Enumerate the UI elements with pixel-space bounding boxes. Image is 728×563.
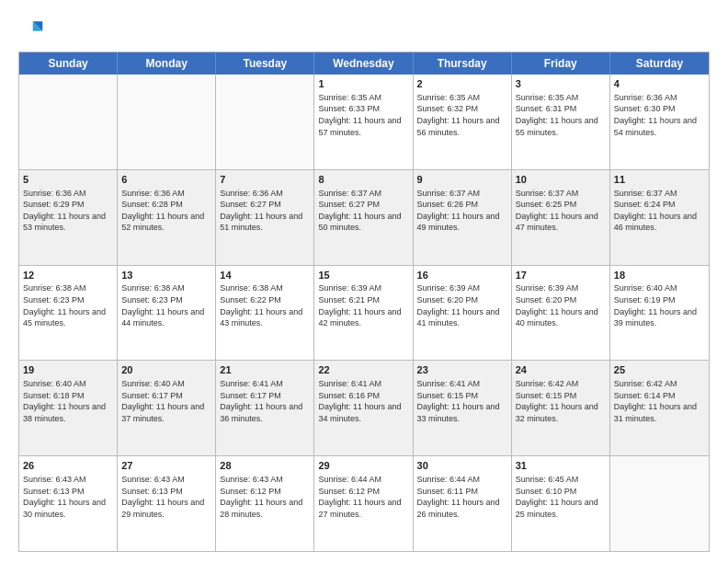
day-cell-4: 4Sunrise: 6:36 AM Sunset: 6:30 PM Daylig… xyxy=(610,75,709,169)
header-day-thursday: Thursday xyxy=(414,52,512,75)
day-number: 8 xyxy=(318,173,408,187)
day-info: Sunrise: 6:38 AM Sunset: 6:22 PM Dayligh… xyxy=(220,282,310,328)
day-cell-13: 13Sunrise: 6:38 AM Sunset: 6:23 PM Dayli… xyxy=(118,266,216,361)
calendar-row-5: 26Sunrise: 6:43 AM Sunset: 6:13 PM Dayli… xyxy=(19,456,709,551)
day-number: 29 xyxy=(318,459,408,473)
day-number: 15 xyxy=(318,269,408,282)
day-info: Sunrise: 6:36 AM Sunset: 6:28 PM Dayligh… xyxy=(121,188,211,234)
calendar-row-3: 12Sunrise: 6:38 AM Sunset: 6:23 PM Dayli… xyxy=(19,266,709,362)
day-number: 24 xyxy=(516,363,606,377)
day-info: Sunrise: 6:40 AM Sunset: 6:19 PM Dayligh… xyxy=(614,282,705,328)
day-info: Sunrise: 6:42 AM Sunset: 6:14 PM Dayligh… xyxy=(614,378,705,424)
day-number: 2 xyxy=(417,77,507,91)
day-cell-5: 5Sunrise: 6:36 AM Sunset: 6:29 PM Daylig… xyxy=(19,170,118,265)
day-number: 23 xyxy=(417,363,507,377)
empty-cell xyxy=(610,456,709,551)
day-info: Sunrise: 6:36 AM Sunset: 6:30 PM Dayligh… xyxy=(614,92,705,138)
day-number: 28 xyxy=(220,459,310,473)
calendar: SundayMondayTuesdayWednesdayThursdayFrid… xyxy=(18,52,710,552)
day-cell-2: 2Sunrise: 6:35 AM Sunset: 6:32 PM Daylig… xyxy=(414,75,512,169)
header-day-wednesday: Wednesday xyxy=(314,52,413,75)
day-info: Sunrise: 6:39 AM Sunset: 6:20 PM Dayligh… xyxy=(516,282,606,328)
day-cell-22: 22Sunrise: 6:41 AM Sunset: 6:16 PM Dayli… xyxy=(314,361,413,455)
day-cell-18: 18Sunrise: 6:40 AM Sunset: 6:19 PM Dayli… xyxy=(610,266,709,361)
day-number: 3 xyxy=(516,77,606,91)
day-info: Sunrise: 6:41 AM Sunset: 6:15 PM Dayligh… xyxy=(417,378,507,424)
header-day-sunday: Sunday xyxy=(19,52,118,75)
day-info: Sunrise: 6:44 AM Sunset: 6:11 PM Dayligh… xyxy=(417,474,507,520)
day-number: 5 xyxy=(23,173,113,187)
day-cell-24: 24Sunrise: 6:42 AM Sunset: 6:15 PM Dayli… xyxy=(512,361,610,455)
day-info: Sunrise: 6:43 AM Sunset: 6:13 PM Dayligh… xyxy=(23,474,113,520)
day-number: 22 xyxy=(318,363,408,377)
calendar-header: SundayMondayTuesdayWednesdayThursdayFrid… xyxy=(19,52,709,75)
day-number: 1 xyxy=(318,77,408,91)
day-info: Sunrise: 6:42 AM Sunset: 6:15 PM Dayligh… xyxy=(516,378,606,424)
day-number: 25 xyxy=(614,363,705,377)
day-info: Sunrise: 6:37 AM Sunset: 6:27 PM Dayligh… xyxy=(318,188,408,234)
day-cell-23: 23Sunrise: 6:41 AM Sunset: 6:15 PM Dayli… xyxy=(414,361,512,455)
day-number: 10 xyxy=(516,173,606,187)
day-number: 12 xyxy=(23,269,113,282)
day-number: 30 xyxy=(417,459,507,473)
day-number: 7 xyxy=(220,173,310,187)
day-number: 14 xyxy=(220,269,310,282)
day-info: Sunrise: 6:37 AM Sunset: 6:26 PM Dayligh… xyxy=(417,188,507,234)
day-number: 13 xyxy=(121,269,211,282)
day-number: 16 xyxy=(417,269,507,282)
day-info: Sunrise: 6:43 AM Sunset: 6:12 PM Dayligh… xyxy=(220,474,310,520)
empty-cell xyxy=(118,75,216,169)
day-number: 21 xyxy=(220,363,310,377)
day-cell-19: 19Sunrise: 6:40 AM Sunset: 6:18 PM Dayli… xyxy=(19,361,118,455)
empty-cell xyxy=(19,75,118,169)
day-cell-17: 17Sunrise: 6:39 AM Sunset: 6:20 PM Dayli… xyxy=(512,266,610,361)
day-cell-8: 8Sunrise: 6:37 AM Sunset: 6:27 PM Daylig… xyxy=(314,170,413,265)
day-cell-3: 3Sunrise: 6:35 AM Sunset: 6:31 PM Daylig… xyxy=(512,75,610,169)
header-day-saturday: Saturday xyxy=(610,52,709,75)
day-cell-31: 31Sunrise: 6:45 AM Sunset: 6:10 PM Dayli… xyxy=(512,456,610,551)
day-cell-9: 9Sunrise: 6:37 AM Sunset: 6:26 PM Daylig… xyxy=(414,170,512,265)
day-number: 6 xyxy=(121,173,211,187)
day-cell-30: 30Sunrise: 6:44 AM Sunset: 6:11 PM Dayli… xyxy=(414,456,512,551)
day-cell-16: 16Sunrise: 6:39 AM Sunset: 6:20 PM Dayli… xyxy=(414,266,512,361)
day-info: Sunrise: 6:40 AM Sunset: 6:18 PM Dayligh… xyxy=(23,378,113,424)
day-info: Sunrise: 6:41 AM Sunset: 6:16 PM Dayligh… xyxy=(318,378,408,424)
day-cell-25: 25Sunrise: 6:42 AM Sunset: 6:14 PM Dayli… xyxy=(610,361,709,455)
day-cell-6: 6Sunrise: 6:36 AM Sunset: 6:28 PM Daylig… xyxy=(118,170,216,265)
day-number: 9 xyxy=(417,173,507,187)
day-cell-15: 15Sunrise: 6:39 AM Sunset: 6:21 PM Dayli… xyxy=(314,266,413,361)
day-info: Sunrise: 6:36 AM Sunset: 6:29 PM Dayligh… xyxy=(23,188,113,234)
day-info: Sunrise: 6:37 AM Sunset: 6:24 PM Dayligh… xyxy=(614,188,705,234)
day-info: Sunrise: 6:35 AM Sunset: 6:32 PM Dayligh… xyxy=(417,92,507,138)
day-cell-29: 29Sunrise: 6:44 AM Sunset: 6:12 PM Dayli… xyxy=(314,456,413,551)
day-cell-27: 27Sunrise: 6:43 AM Sunset: 6:13 PM Dayli… xyxy=(118,456,216,551)
day-cell-14: 14Sunrise: 6:38 AM Sunset: 6:22 PM Dayli… xyxy=(216,266,314,361)
day-number: 4 xyxy=(614,77,705,91)
header-day-monday: Monday xyxy=(118,52,216,75)
day-info: Sunrise: 6:38 AM Sunset: 6:23 PM Dayligh… xyxy=(121,282,211,328)
day-number: 31 xyxy=(516,459,606,473)
empty-cell xyxy=(216,75,314,169)
day-number: 20 xyxy=(121,363,211,377)
calendar-row-2: 5Sunrise: 6:36 AM Sunset: 6:29 PM Daylig… xyxy=(19,170,709,266)
day-info: Sunrise: 6:35 AM Sunset: 6:31 PM Dayligh… xyxy=(516,92,606,138)
day-info: Sunrise: 6:40 AM Sunset: 6:17 PM Dayligh… xyxy=(121,378,211,424)
calendar-row-1: 1Sunrise: 6:35 AM Sunset: 6:33 PM Daylig… xyxy=(19,75,709,170)
day-cell-21: 21Sunrise: 6:41 AM Sunset: 6:17 PM Dayli… xyxy=(216,361,314,455)
day-cell-26: 26Sunrise: 6:43 AM Sunset: 6:13 PM Dayli… xyxy=(19,456,118,551)
day-cell-10: 10Sunrise: 6:37 AM Sunset: 6:25 PM Dayli… xyxy=(512,170,610,265)
day-info: Sunrise: 6:45 AM Sunset: 6:10 PM Dayligh… xyxy=(516,474,606,520)
day-info: Sunrise: 6:38 AM Sunset: 6:23 PM Dayligh… xyxy=(23,282,113,328)
header-day-tuesday: Tuesday xyxy=(216,52,314,75)
header-day-friday: Friday xyxy=(512,52,610,75)
page-header xyxy=(18,17,710,42)
day-info: Sunrise: 6:41 AM Sunset: 6:17 PM Dayligh… xyxy=(220,378,310,424)
day-number: 11 xyxy=(614,173,705,187)
calendar-row-4: 19Sunrise: 6:40 AM Sunset: 6:18 PM Dayli… xyxy=(19,361,709,456)
day-number: 26 xyxy=(23,459,113,473)
day-cell-28: 28Sunrise: 6:43 AM Sunset: 6:12 PM Dayli… xyxy=(216,456,314,551)
day-cell-1: 1Sunrise: 6:35 AM Sunset: 6:33 PM Daylig… xyxy=(314,75,413,169)
day-number: 17 xyxy=(516,269,606,282)
day-cell-7: 7Sunrise: 6:36 AM Sunset: 6:27 PM Daylig… xyxy=(216,170,314,265)
day-cell-12: 12Sunrise: 6:38 AM Sunset: 6:23 PM Dayli… xyxy=(19,266,118,361)
